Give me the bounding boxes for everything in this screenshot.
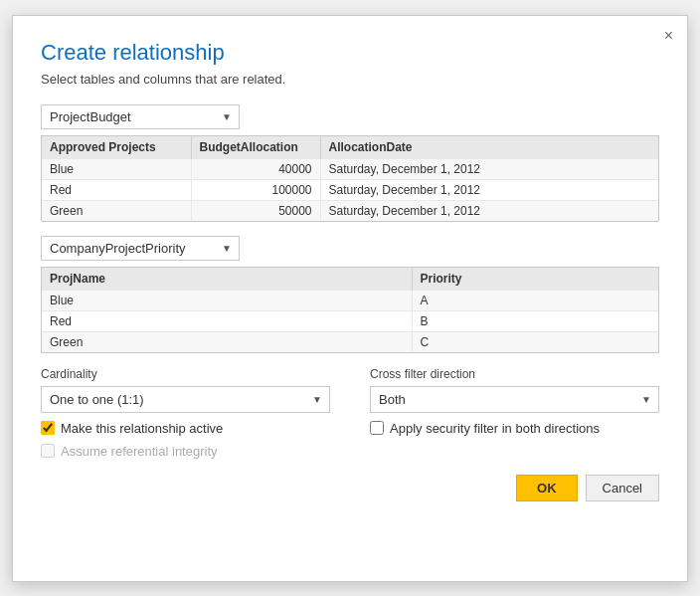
active-checkbox[interactable] — [41, 421, 55, 435]
dialog-subtitle: Select tables and columns that are relat… — [41, 72, 659, 87]
cross-filter-select[interactable]: BothSingle — [370, 386, 659, 413]
table2-section: CompanyProjectPriority ▼ ProjName Priori… — [41, 236, 659, 353]
active-checkbox-row: Make this relationship active — [41, 421, 330, 436]
dialog-footer: OK Cancel — [41, 475, 659, 501]
table-row: Blue 40000 Saturday, December 1, 2012 — [42, 158, 658, 179]
table1-dropdown-wrapper: ProjectBudget ▼ — [41, 104, 240, 129]
table1-cell-col2: 100000 — [191, 179, 320, 200]
cross-filter-col: Cross filter direction BothSingle ▼ Appl… — [370, 367, 659, 459]
cross-filter-select-row: BothSingle ▼ — [370, 386, 659, 413]
active-checkbox-label: Make this relationship active — [61, 421, 223, 436]
table2-cell-col1: Red — [42, 310, 412, 331]
table1-cell-col3: Saturday, December 1, 2012 — [320, 179, 658, 200]
cardinality-label: Cardinality — [41, 367, 330, 381]
table1-header-row: Approved Projects BudgetAllocation Alloc… — [42, 136, 658, 159]
table2-col2-header: Priority — [412, 268, 658, 291]
table2-dropdown-wrapper: CompanyProjectPriority ▼ — [41, 236, 240, 261]
table1-cell-col2: 50000 — [191, 200, 320, 221]
table1-col1-header: Approved Projects — [42, 136, 191, 159]
referential-checkbox-label: Assume referential integrity — [61, 444, 218, 459]
referential-checkbox[interactable] — [41, 444, 55, 458]
table2: ProjName Priority Blue ARed BGreen C — [42, 268, 658, 352]
table1-container: Approved Projects BudgetAllocation Alloc… — [41, 135, 659, 222]
table2-cell-col2: A — [412, 290, 658, 310]
cardinality-col: Cardinality One to one (1:1)Many to one … — [41, 367, 330, 459]
cross-filter-label: Cross filter direction — [370, 367, 659, 381]
table2-cell-col2: B — [412, 310, 658, 331]
table2-col1-header: ProjName — [42, 268, 412, 291]
table1-col2-header: BudgetAllocation — [191, 136, 320, 159]
table-row: Green 50000 Saturday, December 1, 2012 — [42, 200, 658, 221]
security-checkbox-row: Apply security filter in both directions — [370, 421, 659, 436]
table-row: Blue A — [42, 290, 658, 310]
table1-cell-col3: Saturday, December 1, 2012 — [320, 158, 658, 179]
cardinality-select-row: One to one (1:1)Many to one (*:1)One to … — [41, 386, 330, 413]
security-checkbox-label: Apply security filter in both directions — [390, 421, 600, 436]
security-checkbox[interactable] — [370, 421, 384, 435]
table1: Approved Projects BudgetAllocation Alloc… — [42, 136, 658, 221]
close-button[interactable]: × — [664, 28, 673, 44]
table-row: Red B — [42, 310, 658, 331]
cardinality-select[interactable]: One to one (1:1)Many to one (*:1)One to … — [41, 386, 330, 413]
create-relationship-dialog: × Create relationship Select tables and … — [12, 15, 688, 582]
dialog-title: Create relationship — [41, 40, 659, 66]
table2-header-row: ProjName Priority — [42, 268, 658, 291]
table2-container: ProjName Priority Blue ARed BGreen C — [41, 267, 659, 353]
table1-cell-col1: Red — [42, 179, 191, 200]
table1-section: ProjectBudget ▼ Approved Projects Budget… — [41, 104, 659, 222]
bottom-controls: Cardinality One to one (1:1)Many to one … — [41, 367, 659, 459]
table2-cell-col2: C — [412, 331, 658, 352]
table2-cell-col1: Blue — [42, 290, 412, 310]
table2-cell-col1: Green — [42, 331, 412, 352]
table2-dropdown[interactable]: CompanyProjectPriority — [41, 236, 240, 261]
table-row: Green C — [42, 331, 658, 352]
table1-cell-col2: 40000 — [191, 158, 320, 179]
table1-dropdown[interactable]: ProjectBudget — [41, 104, 240, 129]
table1-col3-header: AllocationDate — [320, 136, 658, 159]
cancel-button[interactable]: Cancel — [586, 475, 659, 501]
referential-checkbox-row: Assume referential integrity — [41, 444, 330, 459]
ok-button[interactable]: OK — [516, 475, 578, 501]
table1-cell-col3: Saturday, December 1, 2012 — [320, 200, 658, 221]
table1-cell-col1: Blue — [42, 158, 191, 179]
table-row: Red 100000 Saturday, December 1, 2012 — [42, 179, 658, 200]
table1-cell-col1: Green — [42, 200, 191, 221]
